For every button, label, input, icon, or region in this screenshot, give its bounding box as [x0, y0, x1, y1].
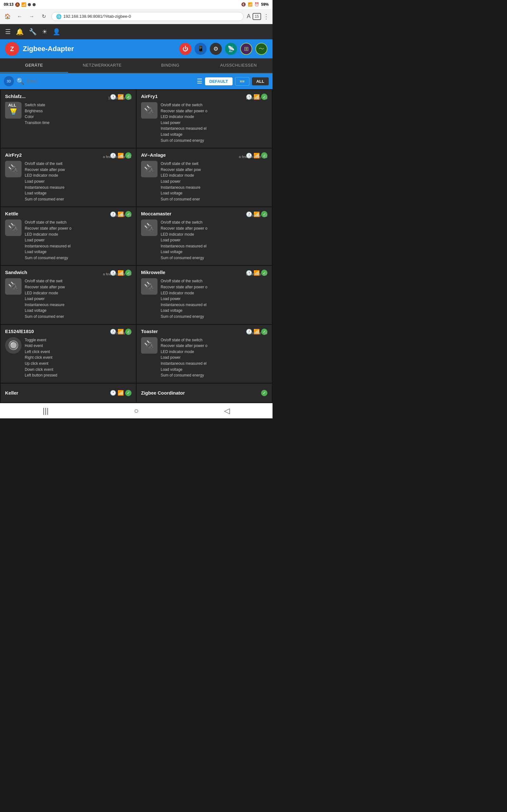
- all-badge[interactable]: ALL: [5, 102, 19, 108]
- device-lqi-av-anlage: 83: [264, 155, 268, 159]
- tab-binding[interactable]: BINDING: [136, 58, 205, 72]
- translate-icon[interactable]: A: [247, 13, 250, 20]
- device-name-keller: Keller: [5, 390, 18, 396]
- signal-icon: 📶: [248, 2, 252, 7]
- phone-icon-button[interactable]: 📱: [194, 43, 207, 55]
- menu-icon[interactable]: ☰: [5, 28, 11, 36]
- device-name-schlafz: Schlafz...: [5, 94, 26, 99]
- device-card-toaster[interactable]: Toaster 🕐 📶 ✓ a minute 36 🔌 On/off state…: [136, 325, 272, 383]
- tab-geraete[interactable]: GERÄTE: [0, 58, 68, 72]
- bell-icon[interactable]: 🔔: [16, 28, 24, 36]
- back-browser-button[interactable]: ←: [15, 12, 24, 21]
- zigbee-logo: Z: [5, 42, 19, 56]
- nav-back-button[interactable]: ◁: [224, 406, 230, 415]
- device-prop: Sum of consumed ener: [25, 196, 131, 202]
- wrench-icon[interactable]: 🔧: [29, 28, 37, 36]
- device-prop: Sum of consumed energy: [25, 255, 131, 261]
- device-prop: Left button pressed: [25, 372, 131, 378]
- device-image-av-anlage: 🔌: [141, 161, 158, 177]
- brightness-icon[interactable]: ☀: [42, 28, 48, 36]
- device-prop: Instantaneous measured el: [161, 243, 268, 249]
- device-props-airfry1: On/off state of the switch Recover state…: [161, 102, 268, 143]
- device-card-sandwich[interactable]: Sandwich 🕐 📶 ✓ a few seconds 65 🔌 On/off…: [1, 266, 136, 324]
- nav-tabs: GERÄTE NETZWERKKARTE BINDING AUSSCHLIESS…: [0, 58, 273, 73]
- device-image-mikrowelle: 🔌: [141, 278, 158, 295]
- view-default-button[interactable]: DEFAULT: [205, 78, 233, 85]
- device-card-e1524[interactable]: E1524/E1810 🕐 📶 ✓ 16 hours 87 🔘 Toggle e…: [1, 325, 136, 383]
- device-card-av-anlage[interactable]: AV–Anlage 🕐 📶 ✓ a few seconds 83 🔌 On/of…: [136, 148, 272, 206]
- bottom-nav: ||| ○ ◁: [0, 403, 273, 418]
- view-all-button[interactable]: ALL: [252, 78, 269, 85]
- nav-recents-button[interactable]: |||: [43, 406, 49, 415]
- device-card-airfry2[interactable]: AirFry2 🕐 📶 ✓ a few seconds 91 🔌 On/off …: [1, 148, 136, 206]
- device-name-sandwich: Sandwich: [5, 270, 27, 275]
- device-prop: Sum of consumed energy: [161, 255, 268, 261]
- power-button[interactable]: ⏻: [179, 43, 191, 55]
- device-prop: Load power: [161, 120, 268, 126]
- tab-count-button[interactable]: 15: [252, 13, 261, 20]
- wifi-icon: 📶: [21, 2, 26, 7]
- device-time-toaster: a minute: [248, 331, 261, 335]
- refresh-browser-button[interactable]: ↻: [39, 12, 48, 21]
- device-body-mikrowelle: 🔌 On/off state of the switch Recover sta…: [141, 278, 268, 319]
- device-prop: Load power: [161, 296, 268, 302]
- device-card-zigbee-coordinator[interactable]: Zigbee Coordinator ✓: [136, 384, 272, 403]
- device-card-keller[interactable]: Keller 🕐 📶 ✓: [1, 384, 136, 403]
- sort-icon[interactable]: ☰: [197, 78, 203, 85]
- nav-home-button[interactable]: ○: [134, 406, 139, 415]
- device-prop: Sum of consumed energy: [161, 138, 268, 144]
- device-card-mikrowelle[interactable]: Mikrowelle 🕐 📶 ✓ 3 minutes 87 🔌 On/off s…: [136, 266, 272, 324]
- url-bar[interactable]: 🌐 192.168.138.96:8081/?#tab-zigbee-0: [51, 12, 244, 21]
- device-image-airfry1: 🔌: [141, 102, 158, 119]
- device-time-airfry1: 2 minutes: [246, 96, 261, 100]
- wifi-circle-button[interactable]: 📡: [225, 43, 237, 55]
- device-card-moccamaster[interactable]: Moccamaster 🕐 📶 ✓ a minute 58 🔌 On/off s…: [136, 207, 272, 265]
- more-options-icon[interactable]: ⋮: [263, 13, 269, 20]
- search-icon[interactable]: 🔍: [16, 78, 24, 85]
- grid-icon-button[interactable]: ⊞: [240, 43, 252, 55]
- device-prop: On/off state of the swit: [25, 161, 131, 167]
- device-prop: LED indicator mode: [161, 172, 268, 179]
- device-prop: LED indicator mode: [25, 232, 131, 238]
- device-grid: Schlafz... 🕐 📶 ✓ 11 minutes 40 💡 Switch …: [0, 89, 273, 403]
- 3d-button[interactable]: 3D: [4, 76, 14, 86]
- status-time: 09:13: [4, 2, 14, 7]
- tab-netzwerkkarte[interactable]: NETZWERKKARTE: [68, 58, 136, 72]
- check-icon-zigbee-coordinator: ✓: [261, 390, 268, 396]
- device-card-schlafz[interactable]: Schlafz... 🕐 📶 ✓ 11 minutes 40 💡 Switch …: [1, 90, 136, 148]
- device-lqi-moccamaster: 58: [264, 213, 268, 217]
- device-prop: Recover state after power o: [25, 225, 131, 232]
- device-image-moccamaster: 🔌: [141, 219, 158, 236]
- view-list-button[interactable]: ≡≡: [235, 77, 249, 86]
- device-prop: On/off state of the swit: [25, 278, 131, 284]
- device-time-schlafz: 11 minutes: [108, 96, 125, 100]
- device-image-e1524: 🔘: [5, 337, 21, 354]
- zigbee-title: Zigbee-Adapter: [23, 45, 179, 53]
- device-props-av-anlage: On/off state of the swit Recover state a…: [161, 161, 268, 202]
- device-time-sandwich: a few seconds: [103, 272, 125, 276]
- device-prop: On/off state of the switch: [161, 278, 268, 284]
- forward-browser-button[interactable]: →: [27, 12, 36, 21]
- device-prop: On/off state of the switch: [161, 102, 268, 108]
- person-icon[interactable]: 👤: [53, 28, 60, 36]
- device-time-e1524: 16 hours: [112, 331, 125, 335]
- notification-off-icon: 🔕: [15, 2, 20, 7]
- device-card-airfry1[interactable]: AirFry1 🕐 📶 ✓ 2 minutes 83 🔌 On/off stat…: [136, 90, 272, 148]
- settings-icon-button[interactable]: ⚙: [210, 43, 222, 55]
- device-lqi-kettle: 76: [128, 213, 131, 217]
- device-prop: Sum of consumed ener: [161, 196, 268, 202]
- device-prop: On/off state of the swit: [161, 161, 268, 167]
- url-text: 192.168.138.96:8081/?#tab-zigbee-0: [63, 14, 239, 19]
- signal-icon-button[interactable]: 〜: [256, 43, 268, 55]
- device-props-schlafz: Switch state Brightness Color Transition…: [25, 102, 131, 125]
- device-card-kettle[interactable]: Kettle 🕐 📶 ✓ a minute 76 🔌 On/off state …: [1, 207, 136, 265]
- device-lqi-airfry1: 83: [264, 96, 268, 100]
- status-bar: 09:13 🔕 📶 ⊗ ⊗ 🔇 📶 ⏰ 59%: [0, 0, 273, 9]
- filter-input[interactable]: [27, 79, 194, 84]
- home-browser-button[interactable]: 🏠: [3, 12, 12, 21]
- device-name-airfry2: AirFry2: [5, 152, 22, 158]
- tab-ausschliessen[interactable]: AUSSCHLIESSEN: [205, 58, 273, 72]
- device-prop: Load voltage: [161, 367, 268, 373]
- header-icons: ⏻ 📱 ⚙ 📡 ⊞ 〜: [179, 43, 268, 55]
- device-props-sandwich: On/off state of the swit Recover state a…: [25, 278, 131, 319]
